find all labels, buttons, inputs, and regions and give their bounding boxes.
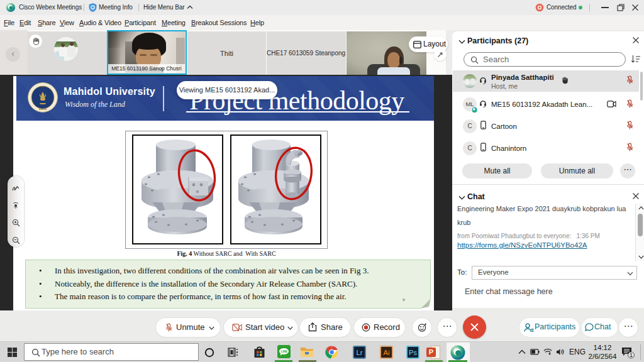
svg-text:● ● ●: ● ● ● [40, 85, 46, 88]
svg-text:1: 1 [630, 352, 633, 358]
svg-text:●●●●●: ●●●●● [39, 107, 47, 111]
